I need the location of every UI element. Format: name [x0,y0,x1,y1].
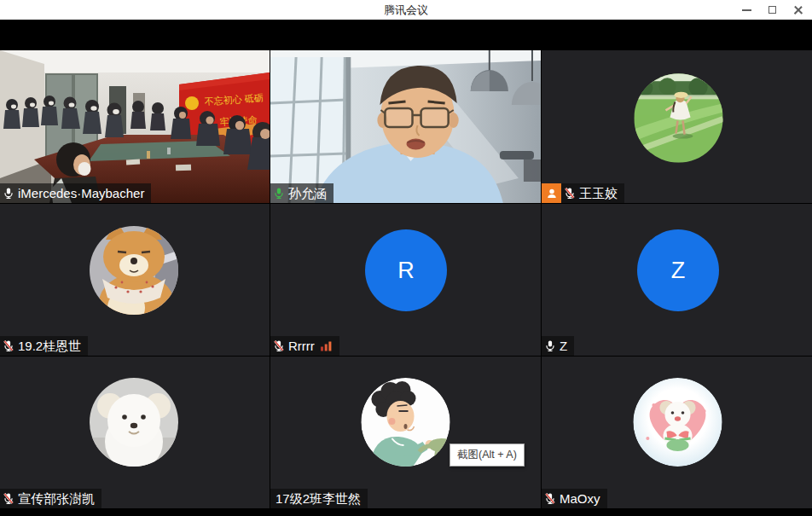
participant-name: 19.2桂恩世 [18,339,81,352]
minimize-button[interactable] [734,0,759,20]
screenshot-tooltip: 截图(Alt + A) [450,444,525,467]
tooltip-text: 截图(Alt + A) [457,449,517,461]
mic-muted-icon [564,187,576,200]
video-tile-wangyujiao[interactable]: 王玉姣 [542,50,812,203]
participant-label: Rrrrr [270,336,339,356]
participant-name: Rrrrr [288,339,315,352]
shiba-dog-avatar [0,204,270,356]
participant-name: iMercedes·Maybacher [18,187,144,200]
mic-muted-icon [544,492,556,505]
avatar-letter: Z [671,258,686,284]
video-tile-lishiran[interactable]: 17级2班李世然 [270,357,541,508]
participant-name: 孙允涵 [288,187,327,200]
puppy-watermelon-avatar [542,357,812,508]
video-tile-z[interactable]: Z Z [542,204,812,356]
white-dog-avatar [0,357,270,508]
field-girl-avatar [542,50,812,203]
role-badge-icon [542,183,561,203]
close-button[interactable] [785,0,810,20]
video-tile-sunyunhan[interactable]: 孙允涵 [270,50,541,203]
window-controls [734,0,810,20]
participant-name: 王玉姣 [579,187,618,200]
maximize-button[interactable] [759,0,785,20]
cartoon-man-dino-avatar [270,357,541,508]
participant-label: 宣传部张澍凯 [0,489,102,508]
mic-on-icon [3,187,14,200]
participant-name: 宣传部张澍凯 [18,492,95,505]
participant-label: 王玉姣 [561,183,624,203]
participant-label: 17级2班李世然 [270,489,368,508]
letter-avatar: R [365,229,447,311]
webcam-video [270,50,541,203]
letter-avatar: Z [637,229,719,311]
mic-on-icon [544,339,556,352]
participant-label: 19.2桂恩世 [0,336,88,356]
participant-label: iMercedes·Maybacher [0,183,151,203]
video-tile-maoxy[interactable]: MaOxy [542,357,812,508]
video-tile-rrrrr[interactable]: R Rrrrr [270,204,541,356]
conference-room-video: 不忘初心 砥砺 牢记使命 [0,50,270,203]
minimize-icon [742,9,751,11]
mic-active-icon [273,187,285,200]
participant-label: Z [542,336,574,356]
participant-label: MaOxy [542,489,607,508]
mic-muted-icon [3,339,14,352]
close-icon [793,5,803,14]
avatar-letter: R [397,258,415,284]
network-signal-icon [320,340,333,351]
maximize-icon [768,6,776,14]
window-titlebar[interactable]: 腾讯会议 [0,0,812,20]
video-tile-imercedes[interactable]: 不忘初心 砥砺 牢记使命 [0,50,270,203]
mic-muted-icon [3,492,14,505]
mic-muted-icon [273,339,285,352]
meeting-video-grid: 不忘初心 砥砺 牢记使命 [0,20,812,516]
participant-name: 17级2班李世然 [276,492,361,505]
participant-label: 孙允涵 [270,183,334,203]
video-tile-zhangshukai[interactable]: 宣传部张澍凯 [0,357,270,508]
participant-name: Z [560,339,567,352]
participant-name: MaOxy [560,492,600,505]
window-title: 腾讯会议 [0,3,812,18]
video-tile-guienshi[interactable]: 19.2桂恩世 [0,204,270,356]
